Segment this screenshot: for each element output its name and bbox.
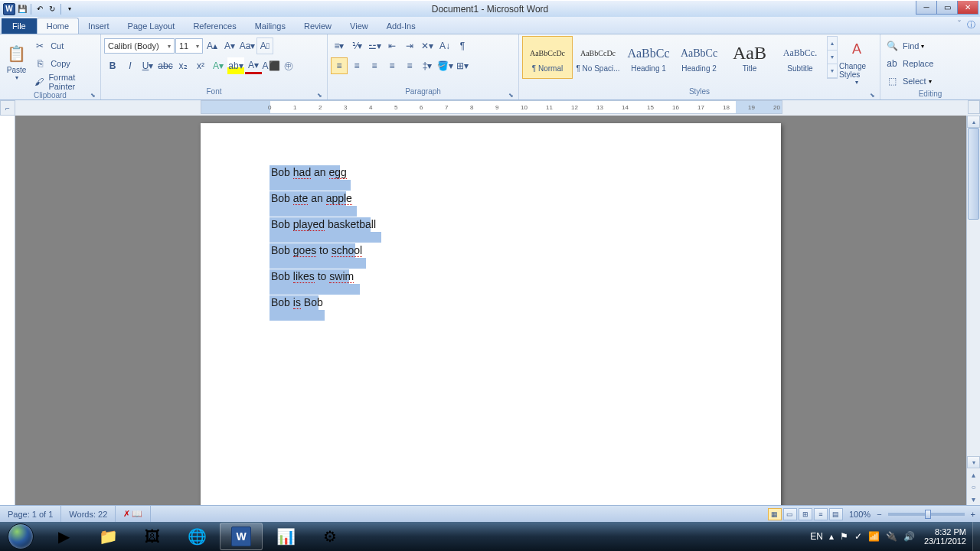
shrink-font-button[interactable]: A▾ <box>221 37 238 54</box>
clipboard-launcher-icon[interactable]: ⬊ <box>90 92 96 99</box>
style---normal[interactable]: AaBbCcDc¶ Normal <box>522 36 573 79</box>
styles-up-icon[interactable]: ▴ <box>828 37 837 51</box>
italic-button[interactable]: I <box>122 57 139 74</box>
browse-object-icon[interactable]: ○ <box>967 481 980 493</box>
zoom-thumb[interactable] <box>925 510 931 519</box>
grow-font-button[interactable]: A▴ <box>204 37 220 54</box>
qat-save-icon[interactable]: 💾 <box>17 4 28 15</box>
align-center-button[interactable]: ≡ <box>348 57 365 74</box>
font-name-combo[interactable]: Calibri (Body)▾ <box>104 38 175 54</box>
help-icon[interactable]: ⓘ <box>967 19 975 31</box>
replace-button[interactable]: abReplace <box>884 55 933 72</box>
document-line[interactable]: Bob goes to school <box>271 244 376 256</box>
shading-button[interactable]: 🪣▾ <box>436 57 453 74</box>
vertical-ruler[interactable] <box>0 116 15 505</box>
document-page[interactable]: Bob had an eggBob ate an appleBob played… <box>201 123 781 505</box>
paste-button[interactable]: 📋 Paste ▾ <box>3 36 30 86</box>
paragraph-launcher-icon[interactable]: ⬊ <box>508 92 514 99</box>
ruler-toggle-button[interactable] <box>968 100 980 114</box>
outline-view-button[interactable]: ≡ <box>814 508 828 520</box>
tab-file[interactable]: File <box>2 18 37 34</box>
sort-button[interactable]: A↓ <box>436 37 453 54</box>
zoom-slider[interactable] <box>888 513 965 516</box>
web-layout-view-button[interactable]: ⊞ <box>799 508 812 520</box>
style-heading-2[interactable]: AaBbCcHeading 2 <box>674 36 724 79</box>
style-title[interactable]: AaBTitle <box>724 36 775 79</box>
horizontal-ruler[interactable]: 01234567891011121314151617181920 <box>201 100 782 114</box>
find-button[interactable]: 🔍Find▾ <box>884 37 924 54</box>
show-hide-button[interactable]: ¶ <box>454 37 471 54</box>
print-layout-view-button[interactable]: ▦ <box>768 508 782 520</box>
align-left-button[interactable]: ≡ <box>331 57 348 74</box>
qat-redo-icon[interactable]: ↻ <box>47 4 57 15</box>
change-case-button[interactable]: Aa▾ <box>239 37 256 54</box>
tray-volume-icon[interactable]: 🔊 <box>900 531 918 542</box>
page-area[interactable]: Bob had an eggBob ate an appleBob played… <box>15 116 966 505</box>
zoom-in-button[interactable]: + <box>971 510 975 519</box>
minimize-button[interactable]: ─ <box>916 1 937 15</box>
line-spacing-button[interactable]: ‡▾ <box>419 57 436 74</box>
subscript-button[interactable]: x₂ <box>175 57 191 74</box>
full-screen-view-button[interactable]: ▭ <box>783 508 797 520</box>
show-desktop-button[interactable] <box>972 522 980 551</box>
close-button[interactable]: ✕ <box>957 1 978 15</box>
document-line[interactable]: Bob played basketball <box>271 218 376 230</box>
text-effects-button[interactable]: A▾ <box>210 57 227 74</box>
tray-power-icon[interactable]: 🔌 <box>883 531 900 542</box>
draft-view-button[interactable]: ▤ <box>829 508 843 520</box>
tray-network-icon[interactable]: 📶 <box>865 531 883 542</box>
tray-clock[interactable]: 8:32 PM 23/11/2012 <box>918 527 972 546</box>
underline-button[interactable]: U▾ <box>139 57 156 74</box>
character-shading-button[interactable]: A⬛ <box>263 57 279 74</box>
tab-review[interactable]: Review <box>295 18 341 34</box>
task-photos[interactable]: 🖼 <box>131 523 174 550</box>
task-chrome[interactable]: 🌐 <box>175 523 218 550</box>
task-media-player[interactable]: ▶ <box>42 523 85 550</box>
tray-health-icon[interactable]: ✓ <box>851 531 865 542</box>
vertical-scrollbar[interactable]: ▴ ▾ ▴ ○ ▾ <box>966 116 980 505</box>
document-line[interactable]: Bob had an egg <box>271 166 376 178</box>
scroll-down-icon[interactable]: ▾ <box>967 456 980 468</box>
document-line[interactable]: Bob is Bob <box>271 296 376 308</box>
style---no-spaci---[interactable]: AaBbCcDc¶ No Spaci... <box>573 36 623 79</box>
page-status[interactable]: Page: 1 of 1 <box>0 506 61 522</box>
decrease-indent-button[interactable]: ⇤ <box>384 37 400 54</box>
document-line[interactable]: Bob likes to swim <box>271 270 376 282</box>
prev-page-icon[interactable]: ▴ <box>967 468 980 481</box>
enclose-characters-button[interactable]: ㊥ <box>280 57 297 74</box>
strikethrough-button[interactable]: abc <box>157 57 174 74</box>
zoom-out-button[interactable]: − <box>877 510 881 519</box>
task-app1[interactable]: 📊 <box>264 523 307 550</box>
document-line[interactable]: Bob ate an apple <box>271 192 376 204</box>
styles-more-icon[interactable]: ▾ <box>828 64 837 78</box>
increase-indent-button[interactable]: ⇥ <box>401 37 418 54</box>
distributed-button[interactable]: ≡ <box>401 57 418 74</box>
tab-references[interactable]: References <box>184 18 245 34</box>
qat-undo-icon[interactable]: ↶ <box>34 4 45 15</box>
cut-button[interactable]: ✂Cut <box>31 37 97 54</box>
font-color-button[interactable]: A▾ <box>245 57 262 74</box>
next-page-icon[interactable]: ▾ <box>967 493 980 505</box>
superscript-button[interactable]: x² <box>192 57 209 74</box>
bullets-button[interactable]: ≡▾ <box>331 37 348 54</box>
tab-home[interactable]: Home <box>37 18 79 34</box>
tab-insert[interactable]: Insert <box>79 18 119 34</box>
task-explorer[interactable]: 📁 <box>87 523 129 550</box>
copy-button[interactable]: ⎘Copy <box>31 55 97 72</box>
font-size-combo[interactable]: 11▾ <box>175 38 203 54</box>
justify-button[interactable]: ≡ <box>384 57 400 74</box>
start-button[interactable] <box>0 522 41 551</box>
scroll-thumb[interactable] <box>968 128 979 220</box>
tray-show-hidden-icon[interactable]: ▴ <box>826 531 837 542</box>
tab-mailings[interactable]: Mailings <box>246 18 295 34</box>
minimize-ribbon-icon[interactable]: ˇ <box>958 19 961 31</box>
borders-button[interactable]: ⊞▾ <box>454 57 471 74</box>
style-heading-1[interactable]: AaBbCcHeading 1 <box>623 36 674 79</box>
task-word[interactable]: W <box>220 523 263 550</box>
maximize-button[interactable]: ▭ <box>936 1 958 15</box>
document-content[interactable]: Bob had an eggBob ate an appleBob played… <box>271 166 376 322</box>
styles-launcher-icon[interactable]: ⬊ <box>870 92 875 99</box>
change-styles-button[interactable]: A Change Styles ▾ <box>839 36 874 86</box>
asian-layout-button[interactable]: ✕▾ <box>419 37 436 54</box>
font-launcher-icon[interactable]: ⬊ <box>317 92 322 99</box>
